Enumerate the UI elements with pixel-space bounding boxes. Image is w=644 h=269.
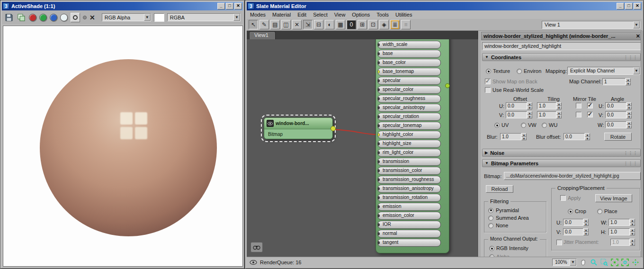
- view-image-button[interactable]: View Image: [595, 194, 632, 202]
- monochrome-icon[interactable]: [71, 13, 80, 22]
- rollout-bitmap-parameters[interactable]: ▼ Bitmap Parameters ⋮⋮⋮: [482, 159, 641, 167]
- param-input-socket[interactable]: [377, 61, 380, 64]
- spinner-down-icon[interactable]: ▼: [626, 82, 631, 86]
- spinner-down-icon[interactable]: ▼: [630, 242, 635, 246]
- spinner-down-icon[interactable]: ▼: [626, 115, 632, 119]
- menu-select[interactable]: Select: [310, 11, 331, 18]
- color-dot-icon[interactable]: [83, 16, 87, 19]
- environ-radio[interactable]: [517, 69, 522, 74]
- menu-utilities[interactable]: Utilities: [392, 11, 415, 18]
- v-mirror-checkbox[interactable]: [576, 112, 581, 117]
- binoculars-icon[interactable]: [250, 242, 263, 252]
- maximize-icon[interactable]: □: [226, 3, 233, 9]
- param-input-socket[interactable]: [377, 160, 380, 163]
- close-icon[interactable]: ✕: [234, 3, 242, 9]
- layout-all-icon[interactable]: ⊞: [358, 20, 367, 29]
- delete-selected-icon[interactable]: ✕: [292, 20, 302, 29]
- map-channel-spinner[interactable]: 1 ▲▼: [602, 78, 631, 85]
- param-input-socket[interactable]: [377, 196, 380, 199]
- param-input-socket[interactable]: [377, 187, 380, 190]
- spinner-down-icon[interactable]: ▼: [527, 115, 532, 119]
- node-param-base_tonemap[interactable]: base_tonemap: [377, 68, 441, 76]
- rgb-intensity-radio[interactable]: [489, 246, 494, 251]
- hide-unused-nodeslots-icon[interactable]: ⊟: [314, 20, 323, 29]
- node-param-tangent[interactable]: tangent: [377, 239, 441, 247]
- chevron-down-icon[interactable]: ▼: [144, 14, 151, 21]
- param-input-socket[interactable]: [377, 115, 380, 118]
- menu-options[interactable]: Options: [349, 11, 373, 18]
- show-background-icon[interactable]: ▦: [336, 20, 345, 29]
- maximize-icon[interactable]: □: [625, 3, 633, 9]
- node-param-rim_light_color[interactable]: rim_light_color: [377, 149, 441, 157]
- param-input-socket[interactable]: [377, 79, 380, 82]
- chevron-down-icon[interactable]: ▼: [570, 259, 576, 266]
- spinner-up-icon[interactable]: ▲: [630, 239, 635, 242]
- jitter-spinner[interactable]: 1.0 ▲▼: [610, 239, 635, 246]
- bitmap-node-type-row[interactable]: Bitmap: [264, 129, 332, 139]
- node-param-specular_rotation[interactable]: specular_rotation: [377, 113, 441, 121]
- red-channel-icon[interactable]: [29, 14, 36, 21]
- crop-w-spinner[interactable]: 1.0 ▲▼: [608, 219, 635, 226]
- clear-icon[interactable]: ✕: [89, 14, 95, 21]
- view-selector-dropdown[interactable]: View 1 ▼: [542, 21, 640, 29]
- green-channel-icon[interactable]: [39, 14, 47, 21]
- node-param-transmission[interactable]: transmission: [377, 158, 441, 166]
- bitmap-output-socket[interactable]: [331, 126, 336, 131]
- spinner-down-icon[interactable]: ▼: [527, 106, 532, 110]
- blue-channel-icon[interactable]: [50, 14, 57, 21]
- spinner-down-icon[interactable]: ▼: [585, 137, 590, 141]
- param-input-socket[interactable]: [377, 205, 380, 208]
- spinner-up-icon[interactable]: ▲: [521, 133, 527, 137]
- node-param-specular_anisotropy[interactable]: specular_anisotropy: [377, 104, 441, 112]
- clone-rendering-icon[interactable]: [17, 13, 26, 22]
- param-input-socket[interactable]: [377, 88, 380, 91]
- node-param-normal[interactable]: normal: [377, 230, 441, 238]
- rotate-button[interactable]: Rotate: [604, 133, 632, 141]
- wu-radio[interactable]: [542, 123, 547, 128]
- param-input-socket[interactable]: [377, 214, 380, 217]
- format-dropdown[interactable]: RGBA ▼: [167, 13, 241, 21]
- u-tile-checkbox[interactable]: [587, 103, 593, 108]
- node-param-base[interactable]: base: [377, 50, 441, 58]
- pick-material-from-object-icon[interactable]: ✎: [259, 20, 269, 29]
- chevron-down-icon[interactable]: ▼: [633, 21, 640, 28]
- node-param-specular_tonemap[interactable]: specular_tonemap: [377, 122, 441, 130]
- chevron-down-icon[interactable]: ▼: [233, 14, 240, 21]
- close-icon[interactable]: ✕: [634, 3, 641, 9]
- u-angle-spinner[interactable]: 0.0 ▲▼: [605, 102, 632, 109]
- filter-pyramidal-radio[interactable]: [488, 208, 493, 213]
- texture-radio[interactable]: [486, 69, 491, 74]
- activeshade-viewport[interactable]: [3, 26, 243, 267]
- node-param-width_scale[interactable]: width_scale: [377, 41, 441, 49]
- spinner-up-icon[interactable]: ▲: [626, 121, 632, 125]
- u-mirror-checkbox[interactable]: [576, 103, 581, 108]
- spinner-down-icon[interactable]: ▼: [630, 232, 635, 236]
- crop-radio[interactable]: [568, 209, 573, 214]
- spinner-down-icon[interactable]: ▼: [626, 106, 632, 110]
- put-material-to-scene-icon[interactable]: ◫: [281, 20, 291, 29]
- spinner-up-icon[interactable]: ▲: [583, 228, 589, 232]
- tab-view1[interactable]: View1: [249, 31, 276, 39]
- filter-summed-area-radio[interactable]: [488, 215, 493, 221]
- node-param-transmission_anisotropy[interactable]: transmission_anisotropy: [377, 185, 441, 193]
- param-input-socket[interactable]: [377, 133, 380, 136]
- node-param-emission_color[interactable]: emission_color: [377, 212, 441, 220]
- show-realistic-maps-icon[interactable]: 0: [347, 20, 356, 29]
- filter-none-radio[interactable]: [488, 223, 493, 228]
- param-input-socket[interactable]: [377, 70, 380, 73]
- param-input-socket[interactable]: [377, 223, 380, 226]
- node-param-transmission_color[interactable]: transmission_color: [377, 167, 441, 175]
- spinner-down-icon[interactable]: ▼: [521, 137, 527, 141]
- show-map-on-back-checkbox[interactable]: [485, 79, 491, 84]
- menu-edit[interactable]: Edit: [294, 11, 310, 18]
- blur-spinner[interactable]: 1.0 ▲▼: [500, 133, 527, 140]
- param-input-socket[interactable]: [377, 124, 380, 127]
- zoom-extents-icon[interactable]: [611, 259, 618, 266]
- spinner-up-icon[interactable]: ▲: [585, 133, 590, 137]
- material-id-channel-icon[interactable]: ◈: [379, 20, 389, 29]
- v-offset-spinner[interactable]: 0.0 ▲▼: [506, 111, 532, 118]
- spinner-up-icon[interactable]: ▲: [583, 219, 589, 223]
- reload-button[interactable]: Reload: [486, 185, 513, 193]
- spinner-up-icon[interactable]: ▲: [630, 219, 635, 223]
- material-output-socket[interactable]: [445, 83, 450, 88]
